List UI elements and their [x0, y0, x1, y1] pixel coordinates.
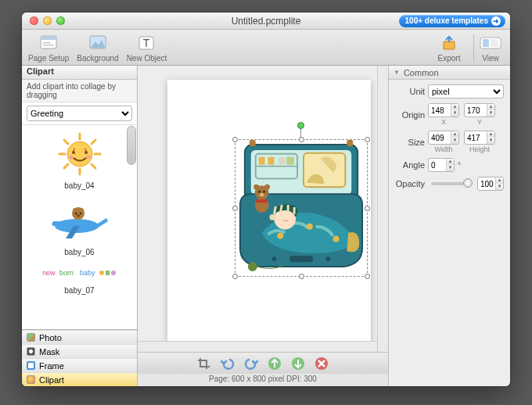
stepper-icon[interactable]: ▲▼ [495, 177, 503, 190]
canvas-hscrollbar[interactable] [138, 341, 377, 352]
background-button[interactable]: Background [77, 33, 118, 63]
svg-point-55 [258, 191, 261, 193]
canvas-area: Page: 600 x 800 pixel DPI: 300 [138, 66, 388, 386]
svg-rect-2 [43, 42, 51, 44]
export-icon [437, 33, 461, 53]
document-page[interactable] [167, 80, 371, 352]
sidebar-header: Clipart [22, 66, 137, 80]
new-object-button[interactable]: T New Object [127, 33, 167, 63]
svg-point-68 [269, 214, 275, 220]
send-backward-icon[interactable] [289, 356, 307, 371]
text-clipart-icon: new born baby [41, 263, 119, 283]
titlebar: Untitled.pcmplite 100+ deluxe templates … [22, 13, 510, 30]
background-label: Background [77, 54, 118, 63]
clipart-item[interactable]: new born baby baby_07 [22, 258, 137, 296]
svg-point-60 [277, 233, 283, 239]
view-button[interactable]: View [479, 33, 502, 63]
tab-label: Mask [39, 347, 59, 357]
selected-clipart[interactable] [235, 140, 367, 276]
canvas-viewport[interactable] [138, 66, 388, 352]
resize-handle-sw[interactable] [232, 274, 238, 279]
new-object-label: New Object [127, 54, 167, 63]
stepper-icon[interactable]: ▲▼ [487, 131, 494, 144]
resize-handle-se[interactable] [365, 274, 370, 279]
svg-point-57 [260, 193, 264, 196]
inspector-panel: Common Unit pixel Origin ▲▼ X ▲▼ [388, 66, 510, 386]
app-body: Clipart Add clipart into collage by drag… [22, 66, 510, 386]
inspector-section-header[interactable]: Common [389, 66, 510, 80]
canvas-vscrollbar[interactable] [377, 66, 388, 352]
opacity-label: Opacity [395, 179, 425, 188]
arrow-right-icon: ➜ [491, 16, 501, 26]
tab-label: Photo [39, 333, 62, 342]
delete-icon[interactable] [313, 356, 330, 371]
opacity-slider[interactable] [431, 182, 471, 185]
sidebar-hint: Add clipart into collage by dragging [22, 80, 137, 102]
resize-handle-w[interactable] [232, 206, 238, 211]
svg-rect-1 [41, 36, 56, 40]
svg-point-21 [72, 151, 75, 154]
resize-handle-s[interactable] [299, 274, 304, 279]
tab-label: Frame [39, 361, 64, 371]
rotate-handle[interactable] [297, 122, 304, 129]
crop-tool-icon[interactable] [196, 356, 213, 371]
airplane-icon [41, 196, 119, 245]
clipart-item-label: baby_07 [22, 286, 137, 295]
clipart-category-select[interactable]: Greeting [27, 106, 132, 121]
size-label: Size [395, 138, 425, 147]
undo-icon[interactable] [219, 356, 236, 371]
canvas-toolbar [138, 352, 388, 374]
minimize-icon[interactable] [43, 16, 52, 25]
svg-point-54 [264, 185, 270, 190]
clipart-item[interactable]: baby_04 [22, 125, 137, 192]
page-setup-label: Page Setup [28, 54, 69, 63]
svg-point-62 [333, 236, 340, 242]
svg-point-24 [86, 156, 90, 159]
stepper-icon[interactable]: ▲▼ [451, 104, 458, 116]
redo-icon[interactable] [243, 356, 260, 371]
svg-point-69 [248, 262, 257, 271]
y-label: Y [477, 118, 482, 126]
zoom-icon[interactable] [56, 16, 65, 25]
deluxe-templates-button[interactable]: 100+ deluxe templates ➜ [399, 15, 505, 27]
unit-select[interactable]: pixel [428, 84, 504, 99]
background-icon [86, 33, 110, 53]
clipart-list[interactable]: baby_04 [22, 124, 137, 329]
svg-point-37 [111, 271, 116, 275]
close-icon[interactable] [30, 16, 38, 25]
svg-point-56 [263, 191, 265, 193]
slider-knob[interactable] [463, 178, 473, 188]
tab-clipart[interactable]: Clipart [22, 372, 137, 386]
svg-line-64 [274, 206, 275, 214]
svg-rect-49 [289, 256, 313, 262]
svg-point-31 [77, 215, 80, 217]
resize-handle-e[interactable] [365, 206, 370, 211]
resize-handle-n[interactable] [299, 137, 304, 142]
resize-handle-nw[interactable] [232, 137, 238, 142]
export-button[interactable]: Export [437, 33, 461, 63]
category-dropdown[interactable]: Greeting [27, 106, 132, 121]
svg-text:new: new [42, 269, 56, 277]
left-sidebar: Clipart Add clipart into collage by drag… [22, 66, 138, 386]
sidebar-scrollbar[interactable] [127, 126, 136, 165]
bring-forward-icon[interactable] [266, 356, 283, 371]
tab-mask[interactable]: Mask [22, 344, 137, 358]
clipart-item-label: baby_06 [22, 248, 137, 256]
tab-photo[interactable]: Photo [22, 330, 137, 344]
svg-point-23 [69, 156, 73, 159]
stepper-icon[interactable]: ▲▼ [446, 159, 454, 171]
view-label: View [482, 54, 499, 63]
stepper-icon[interactable]: ▲▼ [487, 104, 494, 116]
toolbar-separator [473, 34, 474, 61]
page-setup-button[interactable]: Page Setup [28, 33, 69, 63]
svg-rect-48 [347, 140, 353, 146]
clipart-item[interactable]: baby_06 [22, 192, 137, 258]
clipart-item-label: baby_04 [22, 181, 137, 190]
tab-frame[interactable]: Frame [22, 358, 137, 372]
svg-rect-45 [286, 157, 294, 165]
stepper-icon[interactable]: ▲▼ [451, 131, 458, 144]
selection-box[interactable] [235, 139, 368, 277]
resize-handle-ne[interactable] [365, 137, 370, 142]
svg-point-28 [79, 208, 84, 213]
svg-point-51 [326, 256, 331, 261]
